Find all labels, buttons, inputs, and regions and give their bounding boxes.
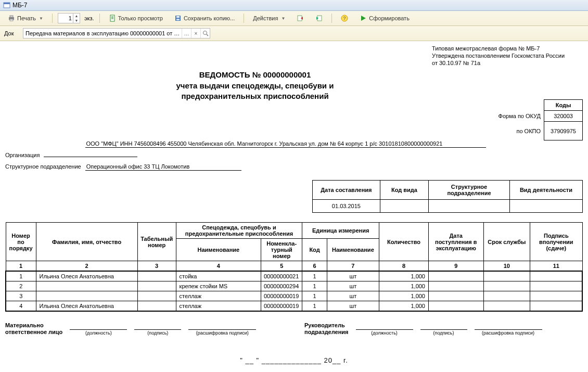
print-button[interactable]: Печать ▼ [4,13,47,23]
table-cell [137,281,176,291]
action-icon-1[interactable] [293,13,308,23]
table-cell: 4 [6,301,36,312]
form-note-line1: Типовая межотраслевая форма № МБ-7 [432,45,583,53]
col-4: Наименование [176,239,261,261]
table-cell [483,271,530,281]
sheet-out-icon [297,15,304,22]
table-cell: шт [327,281,379,291]
col-1: Номер по порядку [6,223,36,261]
okud-label: Форма по ОКУД [495,111,544,122]
table-cell: крепеж стойки MS [176,281,261,291]
svg-line-14 [207,34,208,36]
table-cell: 1,000 [379,301,429,312]
cap-signature-2: (подпись) [420,330,467,336]
doc-ref-input[interactable] [23,30,182,36]
table-cell: шт [327,291,379,301]
table-cell [137,301,176,312]
doc-ref-ellipsis[interactable]: … [182,29,191,38]
table-cell [36,281,137,291]
okud-value: 320003 [544,111,583,122]
svg-rect-1 [4,3,10,4]
head-label: Руководитель подразделения [304,322,349,336]
codes-header: Коды [544,100,583,111]
col-6: Код [302,239,327,261]
table-cell: 3 [6,291,36,301]
table-row: 3стеллаж000000000191шт1,000 [6,291,582,301]
generate-label: Сформировать [369,15,410,21]
col-7: Наименование [327,239,379,261]
meta-date: 01.03.2015 [313,200,380,213]
copies-down[interactable]: ▼ [73,18,80,23]
col-9: Дата поступления в эксплуатацию [428,223,483,261]
table-cell [137,271,176,281]
table-cell [428,301,483,312]
copies-stepper[interactable]: ▲ ▼ [58,13,80,23]
actions-label: Действия [253,15,278,21]
window-title: МБ-7 [12,2,28,9]
doc-ref-row: Док … × [0,26,588,41]
meta-unit [429,200,510,213]
meta-h-unit: Структурное подразделение [429,181,510,200]
table-cell: 1 [302,271,327,281]
coln-10: 10 [483,261,530,272]
table-cell: 1,000 [379,271,429,281]
cap-signature: (подпись) [134,330,181,336]
divider [331,14,332,23]
action-icon-2[interactable] [312,13,326,23]
table-cell: 00000000019 [261,301,302,312]
table-cell [137,291,176,301]
table-cell: 1 [302,301,327,312]
actions-button[interactable]: Действия ▼ [249,14,289,23]
meta-activity [509,200,582,213]
doc-ref-clear[interactable]: × [191,29,200,38]
table-cell: 1 [302,291,327,301]
copies-up[interactable]: ▲ [73,14,80,18]
view-only-button[interactable]: Только просмотр [105,13,167,23]
form-note-line3: от 30.10.97 № 71а [432,60,583,67]
doc-ref-combo[interactable]: … × [23,28,210,39]
meta-h-date: Дата составления [313,181,380,200]
cap-position: (должность) [70,330,127,336]
window-titlebar: МБ-7 [0,0,588,11]
table-cell: Ильина Олеся Анатольевна [36,271,137,281]
table-cell [36,291,137,301]
col-3: Табельный номер [137,223,176,261]
doc-ref-label: Док [4,30,18,36]
coln-4: 4 [176,261,261,272]
table-row: 2крепеж стойки MS000000002941шт1,000 [6,281,582,291]
table-row: 4Ильина Олеся Анатольевнастеллаж00000000… [6,301,582,312]
col-5: Номенкла-турный номер [261,239,302,261]
meta-kind [380,200,428,213]
document-title: ВЕДОМОСТЬ № 00000000001 учета выдачи спе… [5,70,505,101]
org-label: Организация [5,152,40,158]
print-label: Печать [17,15,36,21]
copies-input[interactable] [58,15,73,21]
table-cell: стеллаж [176,301,261,312]
doc-ref-lookup[interactable] [200,29,210,38]
col-8: Количество [379,223,429,261]
table-cell [530,281,582,291]
date-fill: " __ " ______________ 20__ г. [5,356,583,364]
coln-7: 7 [327,261,379,272]
table-cell: 00000000294 [261,281,302,291]
table-cell [483,281,530,291]
divider [99,14,100,23]
help-button[interactable]: ? [337,13,352,23]
table-cell [530,301,582,312]
cap-decipher-2: (расшифровка подписи) [475,330,542,336]
form-note-line2: Утверждена постановлением Госкомстата Ро… [432,53,583,60]
play-icon [360,15,367,22]
document-page: Типовая межотраслевая форма № МБ-7 Утвер… [0,41,588,372]
cap-position-2: (должность) [356,330,413,336]
toolbar: Печать ▼ ▲ ▼ экз. Только просмотр Сохран… [0,11,588,26]
table-cell: 00000000021 [261,271,302,281]
save-copy-button[interactable]: Сохранить копию... [171,13,238,23]
coln-6: 6 [302,261,327,272]
table-cell [428,291,483,301]
unit-label: Структурное подразделение [5,163,81,170]
divider [244,14,244,23]
main-table: Номер по порядку Фамилия, имя, отчество … [5,222,583,312]
table-cell [428,271,483,281]
meta-table: Дата составления Код вида Структурное по… [312,180,583,213]
generate-button[interactable]: Сформировать [356,13,413,23]
